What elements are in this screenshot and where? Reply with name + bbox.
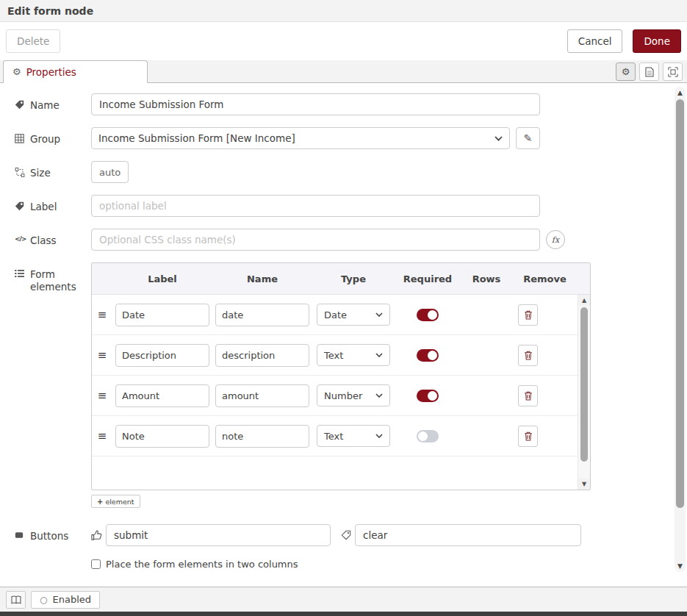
delete-element-button[interactable] <box>518 385 538 407</box>
toggle-knob <box>428 391 437 401</box>
tag-icon <box>15 201 26 211</box>
scrollbar-thumb[interactable] <box>676 99 684 508</box>
size-label: Size <box>15 161 91 179</box>
name-row: Name <box>15 93 661 115</box>
drag-handle-icon[interactable]: ≡ <box>92 308 112 321</box>
submit-button-input[interactable] <box>106 524 331 546</box>
edit-group-button[interactable]: ✎ <box>516 127 540 149</box>
required-toggle[interactable] <box>417 430 439 443</box>
element-label-input[interactable] <box>115 344 209 367</box>
group-row: Group Income Submission Form [New Income… <box>15 127 661 149</box>
label-row: Label <box>15 195 661 217</box>
tab-properties[interactable]: ⚙ Properties <box>3 60 148 83</box>
two-columns-checkbox[interactable] <box>91 559 101 569</box>
drag-handle-icon[interactable]: ≡ <box>92 429 112 443</box>
properties-panel: Name Group Income Submission Form [New I… <box>0 83 687 587</box>
element-type-select[interactable]: Text <box>317 425 390 447</box>
element-type-select[interactable]: Text <box>317 344 390 366</box>
frame-icon <box>668 67 678 77</box>
trash-icon <box>524 431 533 441</box>
dialog-scrollbar[interactable]: ▲ ▼ <box>675 87 686 572</box>
class-input[interactable] <box>91 229 540 251</box>
buttons-controls <box>91 524 581 546</box>
drag-handle-icon[interactable]: ≡ <box>92 389 112 402</box>
elements-table-header: Label Name Type Required Rows Remove <box>92 263 590 295</box>
element-name-input[interactable] <box>215 384 309 407</box>
form-elements-table: Label Name Type Required Rows Remove ≡ D… <box>91 262 591 490</box>
toggle-knob <box>428 351 437 360</box>
button-icon <box>15 530 26 540</box>
required-toggle[interactable] <box>417 349 439 362</box>
trash-icon <box>524 391 533 401</box>
elements-table-body: ≡ Date ≡ Text <box>92 295 590 490</box>
name-input[interactable] <box>91 93 540 115</box>
delete-element-button[interactable] <box>518 345 538 366</box>
book-icon <box>11 595 21 604</box>
form-elements-label: Form elements <box>15 262 91 293</box>
label-label: Label <box>15 195 91 213</box>
node-info-button[interactable] <box>6 591 26 609</box>
element-type-select[interactable]: Number <box>317 384 390 407</box>
trash-icon <box>524 310 533 320</box>
group-select[interactable]: Income Submission Form [New Income] <box>91 127 510 149</box>
element-label-input[interactable] <box>115 384 209 407</box>
node-description-button[interactable] <box>639 62 659 81</box>
group-label: Group <box>15 127 91 146</box>
elements-table-rows: ≡ Date ≡ Text <box>92 295 590 490</box>
delete-element-button[interactable] <box>518 304 538 326</box>
cancel-button[interactable]: Cancel <box>567 29 623 53</box>
gear-icon: ⚙ <box>12 66 21 77</box>
element-name-input[interactable] <box>215 425 309 448</box>
element-label-input[interactable] <box>115 425 209 448</box>
element-name-input[interactable] <box>215 304 309 326</box>
clear-button-input[interactable] <box>355 524 581 546</box>
header-remove: Remove <box>512 273 578 284</box>
element-type-value: Text <box>324 350 343 361</box>
header-label: Label <box>112 273 212 284</box>
header-required: Required <box>395 273 461 284</box>
element-label-input[interactable] <box>115 304 209 326</box>
add-element-label: element <box>105 498 134 506</box>
add-element-button[interactable]: + element <box>91 495 140 508</box>
dialog-bottom-edge <box>0 612 687 616</box>
delete-button[interactable]: Delete <box>6 29 60 53</box>
table-scrollbar[interactable]: ▲ ▼ <box>578 295 590 490</box>
edit-form-node-dialog: { "colors": { "accent": "#8C101C", "togg… <box>0 0 687 616</box>
form-elements-row: Form elements Label Name Type Required R… <box>15 262 661 490</box>
toggle-knob <box>428 310 437 320</box>
header-type: Type <box>312 273 395 284</box>
scrollbar-thumb[interactable] <box>580 307 588 462</box>
label-input[interactable] <box>91 195 540 217</box>
element-row: ≡ Number <box>92 376 590 416</box>
trash-icon <box>524 351 533 360</box>
dialog-header: Edit form node <box>0 0 687 22</box>
thumbs-up-icon <box>91 530 102 541</box>
required-toggle[interactable] <box>417 390 439 402</box>
tab-right-buttons: ⚙ <box>616 62 683 81</box>
scroll-down-arrow[interactable]: ▼ <box>578 479 590 490</box>
buttons-row: Buttons <box>15 524 661 546</box>
code-icon: </> <box>15 234 26 243</box>
scroll-up-arrow[interactable]: ▲ <box>675 87 686 99</box>
name-label: Name <box>15 93 91 112</box>
delete-element-button[interactable] <box>518 426 538 447</box>
drag-handle-icon[interactable]: ≡ <box>92 348 112 362</box>
table-icon <box>15 133 26 143</box>
scroll-up-arrow[interactable]: ▲ <box>578 295 590 306</box>
element-name-input[interactable] <box>215 344 309 367</box>
two-columns-label: Place the form elements in two columns <box>106 559 298 570</box>
required-toggle[interactable] <box>417 309 439 321</box>
buttons-label: Buttons <box>15 524 91 542</box>
element-type-select[interactable]: Date <box>317 304 390 326</box>
size-icon <box>15 167 26 177</box>
done-button[interactable]: Done <box>633 29 681 53</box>
scroll-down-arrow[interactable]: ▼ <box>675 560 686 572</box>
expression-button[interactable]: fx <box>546 230 565 249</box>
dialog-title: Edit form node <box>7 5 93 17</box>
size-auto-button[interactable]: auto <box>91 161 129 183</box>
enabled-toggle-button[interactable]: ○ Enabled <box>31 591 100 609</box>
element-type-value: Date <box>324 309 347 320</box>
node-appearance-button[interactable] <box>663 62 683 81</box>
size-row: Size auto <box>15 161 661 183</box>
node-settings-button[interactable]: ⚙ <box>616 62 636 81</box>
